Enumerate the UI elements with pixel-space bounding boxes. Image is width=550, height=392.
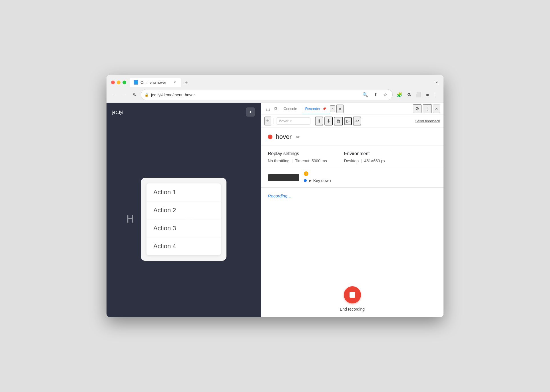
recording-status-text: Recording…	[268, 193, 292, 198]
devtools-close-button[interactable]: ×	[433, 105, 440, 113]
traffic-lights	[111, 81, 126, 84]
environment-value: Desktop | 461×660 px	[344, 159, 386, 163]
devtools-settings-button[interactable]: ⚙	[413, 104, 421, 113]
recorder-tab-close-button[interactable]: ×	[330, 105, 336, 112]
menu-item-1[interactable]: Action 1	[146, 183, 221, 201]
more-tabs-button[interactable]: »	[336, 105, 344, 113]
export-button[interactable]: ⬆	[315, 117, 323, 125]
nav-icons-right: 🧩 ⚗ ⬜ ● ⋮	[395, 90, 440, 99]
edit-name-icon[interactable]: ✏	[296, 134, 300, 140]
bookmark-icon[interactable]: ☆	[382, 91, 389, 99]
search-icon[interactable]: 🔍	[361, 91, 370, 99]
tab-title: On menu hover	[140, 80, 166, 85]
nav-bar: ← → ↻ 🔒 jec.fyi/demo/menu-hover 🔍 ⬆ ☆ 🧩 …	[107, 87, 443, 103]
address-text: jec.fyi/demo/menu-hover	[151, 93, 358, 97]
extension-icon[interactable]: 🧩	[395, 91, 404, 99]
menu-item-4[interactable]: Action 4	[146, 237, 221, 255]
end-recording-section: End recording	[261, 281, 443, 317]
replay-settings-label: Replay settings	[268, 151, 327, 156]
account-icon[interactable]: ●	[424, 90, 431, 99]
stop-icon	[350, 292, 355, 298]
recorder-pin-icon: 📌	[322, 107, 326, 111]
warning-icon: !	[304, 171, 308, 176]
webpage-logo: jec.fyi	[112, 110, 123, 115]
tab-recorder[interactable]: Recorder 📌	[302, 104, 330, 114]
delete-button[interactable]: 🗑	[334, 117, 343, 125]
import-button[interactable]: ⬇	[324, 117, 333, 125]
lock-icon: 🔒	[144, 93, 149, 97]
minimize-window-button[interactable]	[117, 81, 121, 84]
new-tab-button[interactable]: +	[182, 79, 190, 87]
timeout-value[interactable]: Timeout: 5000 ms	[295, 159, 327, 163]
more-icon[interactable]: ⋮	[432, 91, 440, 99]
webpage-area: jec.fyi ✦ H e! Action 1 Action 2 Action …	[107, 103, 261, 317]
replay-settings-section: Replay settings No throttling | Timeout:…	[261, 145, 443, 169]
tab-console[interactable]: Console	[280, 104, 301, 114]
webpage-body: H e! Action 1 Action 2 Action 3 Action 4	[107, 121, 261, 317]
hello-text: H e!	[127, 213, 194, 225]
active-tab[interactable]: 🌐 On menu hover ×	[130, 78, 181, 87]
dropdown-arrow-icon: ▾	[290, 119, 292, 123]
event-dot	[304, 179, 307, 182]
tabs-bar: 🌐 On menu hover × +	[130, 78, 431, 87]
send-feedback-link[interactable]: Send feedback	[415, 119, 440, 123]
inspect-icon[interactable]: ⬚	[264, 105, 272, 112]
event-label: Key down	[313, 178, 331, 183]
browser-window: 🌐 On menu hover × + ⌄ ← → ↻ 🔒 jec.fyi/de…	[107, 75, 443, 317]
device-icon[interactable]: ⧉	[273, 105, 279, 112]
devtools-header: ⬚ ⧉ Console Recorder 📌 × » ⚙ ⋮ ×	[261, 103, 443, 115]
resolution-value[interactable]: 461×660 px	[364, 159, 386, 163]
tab-chevron[interactable]: ⌄	[435, 78, 439, 87]
share-icon[interactable]: ⬆	[372, 91, 379, 99]
close-window-button[interactable]	[111, 81, 115, 84]
environment-label: Environment	[344, 151, 386, 156]
tab-favicon: 🌐	[134, 80, 138, 85]
events-section: ! ▶ Key down	[261, 169, 443, 188]
devtools-toolbar: + hover ▾ ⬆ ⬇ 🗑 ▷ ↩ Send feedback	[261, 115, 443, 127]
toolbar-actions: ⬆ ⬇ 🗑 ▷ ↩	[315, 117, 361, 125]
environment-group: Environment Desktop | 461×660 px	[344, 151, 386, 163]
title-bar: 🌐 On menu hover × + ⌄	[107, 75, 443, 87]
display-icon[interactable]: ⬜	[414, 91, 423, 99]
devtools-panel: ⬚ ⧉ Console Recorder 📌 × » ⚙ ⋮ × + hov	[261, 103, 443, 317]
end-recording-button[interactable]	[344, 286, 361, 303]
replay-settings-group: Replay settings No throttling | Timeout:…	[268, 151, 327, 163]
refresh-button[interactable]: ↻	[131, 91, 138, 99]
recording-indicator	[268, 135, 272, 139]
expand-icon: ▶	[309, 179, 312, 183]
recording-header: hover ✏	[261, 127, 443, 145]
slow-replay-button[interactable]: ↩	[353, 117, 361, 125]
replay-settings-value: No throttling | Timeout: 5000 ms	[268, 159, 327, 163]
devtools-more-button[interactable]: ⋮	[423, 104, 432, 113]
recording-selector[interactable]: hover ▾	[276, 117, 310, 125]
event-row-keydown: ▶ Key down	[304, 178, 437, 183]
event-marker-container: ! ▶ Key down	[304, 174, 437, 183]
recording-title: hover	[276, 133, 292, 141]
tab-close-button[interactable]: ×	[172, 80, 177, 85]
back-button[interactable]: ←	[110, 91, 118, 99]
end-recording-label: End recording	[340, 307, 365, 311]
recording-name-display: hover	[279, 119, 289, 123]
maximize-window-button[interactable]	[123, 81, 126, 84]
main-content: jec.fyi ✦ H e! Action 1 Action 2 Action …	[107, 103, 443, 317]
toolbar-separator	[274, 118, 274, 124]
device-value[interactable]: Desktop	[344, 159, 359, 163]
key-down-event[interactable]: ▶ Key down	[309, 178, 331, 183]
recorder-content: hover ✏ Replay settings No throttling | …	[261, 127, 443, 317]
webpage-header: jec.fyi ✦	[107, 103, 261, 121]
event-row-warning: !	[304, 174, 437, 176]
address-bar[interactable]: 🔒 jec.fyi/demo/menu-hover 🔍 ⬆ ☆	[141, 89, 393, 100]
replay-button[interactable]: ▷	[344, 117, 352, 125]
add-recording-button[interactable]: +	[264, 117, 271, 125]
settings-separator-1: |	[292, 159, 293, 163]
theme-toggle-button[interactable]: ✦	[246, 107, 255, 117]
timeline-bar	[268, 174, 299, 181]
recording-status: Recording…	[261, 188, 443, 204]
flask-icon[interactable]: ⚗	[405, 91, 413, 99]
settings-separator-2: |	[361, 159, 362, 163]
throttling-value[interactable]: No throttling	[268, 159, 289, 163]
forward-button[interactable]: →	[120, 91, 128, 99]
